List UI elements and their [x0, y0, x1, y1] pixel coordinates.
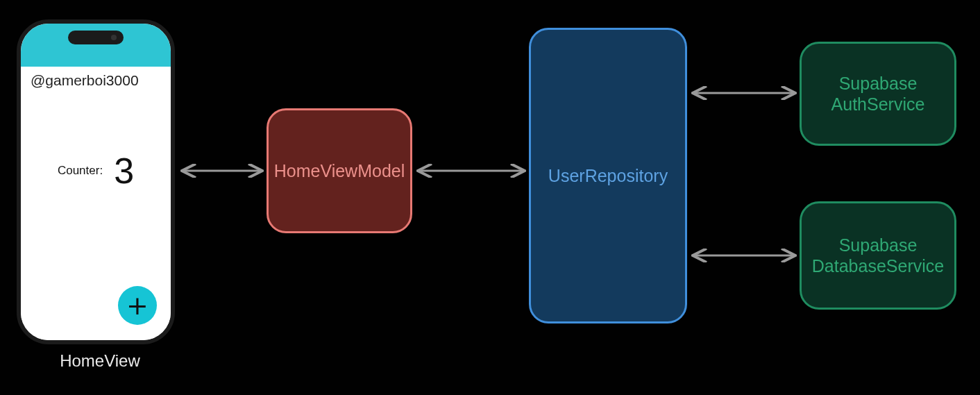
plus-icon: +: [126, 290, 149, 321]
counter-label: Counter:: [58, 164, 103, 178]
user-repository-label: UserRepository: [548, 165, 668, 186]
increment-button[interactable]: +: [118, 286, 157, 325]
username-label: @gamerboi3000: [21, 67, 171, 89]
phone-notch: [68, 31, 124, 44]
phone-status-bar: [21, 24, 171, 67]
supabase-auth-service-node: Supabase AuthService: [800, 42, 956, 146]
supabase-database-service-node: Supabase DatabaseService: [800, 201, 956, 310]
phone-mockup: @gamerboi3000 Counter: 3 +: [17, 19, 175, 344]
home-view-caption: HomeView: [17, 351, 183, 371]
counter-row: Counter: 3: [21, 153, 171, 189]
supabase-auth-service-label: Supabase AuthService: [831, 73, 925, 115]
supabase-database-service-label: Supabase DatabaseService: [812, 235, 944, 276]
user-repository-node: UserRepository: [529, 28, 687, 323]
home-view-model-label: HomeViewModel: [274, 160, 405, 181]
home-view-model-node: HomeViewModel: [267, 108, 412, 233]
counter-value: 3: [114, 153, 134, 189]
phone-screen: @gamerboi3000 Counter: 3 +: [21, 67, 171, 340]
